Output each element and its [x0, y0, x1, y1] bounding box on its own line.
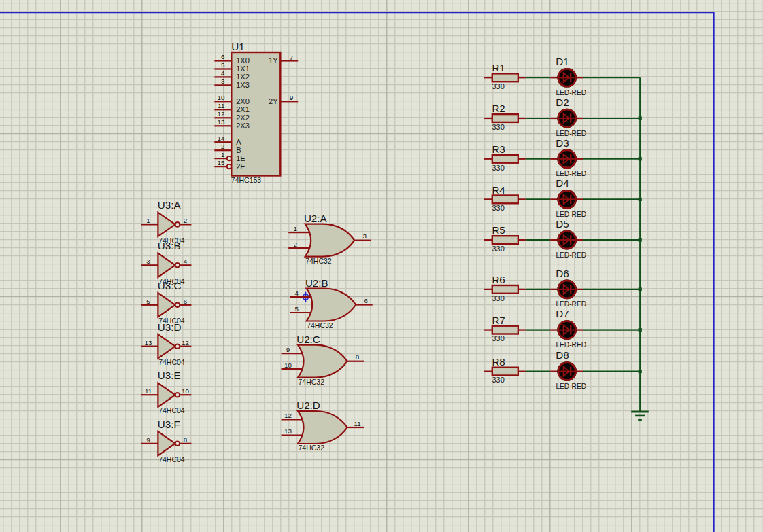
svg-text:2: 2	[184, 217, 187, 224]
svg-text:D7: D7	[556, 308, 569, 319]
svg-text:U2:A: U2:A	[304, 213, 328, 224]
svg-text:13: 13	[284, 427, 292, 435]
svg-text:1: 1	[293, 225, 296, 232]
svg-text:5: 5	[146, 298, 150, 305]
svg-text:LED-RED: LED-RED	[556, 383, 586, 390]
svg-text:2Y: 2Y	[269, 97, 278, 105]
svg-text:LED-RED: LED-RED	[556, 170, 586, 177]
svg-text:D6: D6	[556, 268, 569, 279]
svg-text:U1: U1	[231, 41, 244, 52]
svg-text:LED-RED: LED-RED	[556, 211, 586, 218]
svg-text:LED-RED: LED-RED	[556, 300, 586, 308]
svg-text:330: 330	[492, 376, 505, 384]
svg-text:4: 4	[294, 289, 299, 297]
svg-text:D3: D3	[556, 137, 569, 149]
svg-text:11: 11	[145, 387, 152, 395]
svg-text:1X1: 1X1	[236, 65, 250, 73]
svg-text:1X2: 1X2	[236, 73, 250, 81]
svg-text:LED-RED: LED-RED	[556, 130, 586, 137]
svg-text:R6: R6	[492, 274, 505, 285]
svg-text:330: 330	[492, 164, 505, 172]
svg-text:14: 14	[218, 135, 225, 142]
svg-text:R4: R4	[492, 184, 505, 196]
svg-text:1: 1	[221, 151, 224, 158]
svg-text:3: 3	[221, 77, 225, 85]
svg-text:5: 5	[221, 61, 225, 69]
svg-text:6: 6	[184, 298, 188, 305]
svg-text:74HC04: 74HC04	[158, 358, 185, 366]
svg-text:2: 2	[293, 241, 296, 248]
svg-text:74HC32: 74HC32	[299, 444, 325, 452]
svg-text:R3: R3	[492, 143, 505, 155]
svg-text:U3:B: U3:B	[158, 240, 181, 251]
svg-text:2X1: 2X1	[236, 105, 250, 113]
svg-text:U3:C: U3:C	[158, 280, 182, 291]
svg-text:1E: 1E	[236, 154, 245, 162]
svg-text:1X0: 1X0	[236, 56, 250, 65]
svg-text:U3:D: U3:D	[158, 321, 182, 333]
svg-text:R8: R8	[492, 356, 505, 368]
svg-text:9: 9	[290, 94, 294, 101]
svg-text:12: 12	[284, 412, 292, 419]
svg-text:D5: D5	[556, 218, 569, 230]
svg-text:2: 2	[221, 143, 224, 150]
svg-text:330: 330	[492, 82, 505, 90]
svg-text:1Y: 1Y	[269, 56, 278, 65]
svg-text:1: 1	[146, 217, 150, 224]
svg-text:LED-RED: LED-RED	[556, 251, 586, 259]
svg-text:8: 8	[184, 436, 188, 444]
svg-text:8: 8	[356, 353, 360, 361]
svg-text:330: 330	[492, 334, 505, 342]
svg-text:9: 9	[146, 436, 150, 444]
svg-text:1X3: 1X3	[236, 81, 250, 89]
svg-text:6: 6	[221, 53, 225, 60]
svg-text:U2:C: U2:C	[296, 334, 320, 345]
svg-text:74HC32: 74HC32	[307, 321, 333, 330]
svg-text:R2: R2	[492, 103, 505, 114]
svg-text:2X2: 2X2	[236, 113, 250, 122]
svg-text:4: 4	[221, 69, 225, 77]
svg-text:330: 330	[492, 204, 505, 212]
svg-text:330: 330	[492, 294, 505, 302]
svg-text:74HC32: 74HC32	[299, 378, 325, 386]
svg-text:330: 330	[492, 123, 505, 131]
svg-text:74HC153: 74HC153	[231, 176, 262, 184]
svg-text:10: 10	[218, 94, 225, 101]
svg-text:D1: D1	[556, 56, 569, 67]
svg-text:11: 11	[354, 420, 360, 427]
svg-text:A: A	[236, 138, 241, 146]
svg-text:LED-RED: LED-RED	[556, 341, 586, 349]
svg-text:2E: 2E	[236, 162, 245, 171]
svg-text:U2:D: U2:D	[296, 400, 320, 411]
svg-text:D2: D2	[556, 96, 569, 108]
svg-text:3: 3	[146, 258, 150, 265]
svg-text:74HC04: 74HC04	[158, 406, 185, 414]
svg-text:U3:A: U3:A	[158, 199, 182, 211]
svg-text:B: B	[236, 146, 241, 154]
svg-text:3: 3	[362, 232, 367, 240]
svg-text:10: 10	[182, 387, 189, 395]
svg-text:7: 7	[290, 54, 294, 61]
svg-text:4: 4	[184, 258, 188, 265]
svg-text:13: 13	[218, 118, 225, 126]
svg-text:330: 330	[492, 245, 505, 253]
svg-text:LED-RED: LED-RED	[556, 89, 586, 96]
svg-text:R5: R5	[492, 224, 505, 236]
svg-text:U2:B: U2:B	[305, 277, 328, 289]
svg-text:R7: R7	[492, 315, 505, 326]
svg-text:74HC32: 74HC32	[305, 257, 332, 265]
svg-text:R1: R1	[492, 62, 505, 73]
svg-text:5: 5	[294, 305, 299, 313]
svg-text:9: 9	[286, 346, 290, 353]
svg-text:D4: D4	[556, 177, 569, 189]
svg-text:11: 11	[218, 102, 224, 109]
svg-text:D8: D8	[556, 349, 569, 361]
svg-text:74HC04: 74HC04	[158, 455, 185, 463]
svg-text:13: 13	[145, 339, 152, 347]
svg-text:10: 10	[284, 361, 292, 369]
svg-text:2X0: 2X0	[236, 97, 250, 105]
svg-text:U3:E: U3:E	[158, 370, 181, 381]
svg-text:2X3: 2X3	[236, 122, 250, 130]
svg-text:12: 12	[218, 110, 225, 118]
svg-text:15: 15	[218, 159, 225, 166]
